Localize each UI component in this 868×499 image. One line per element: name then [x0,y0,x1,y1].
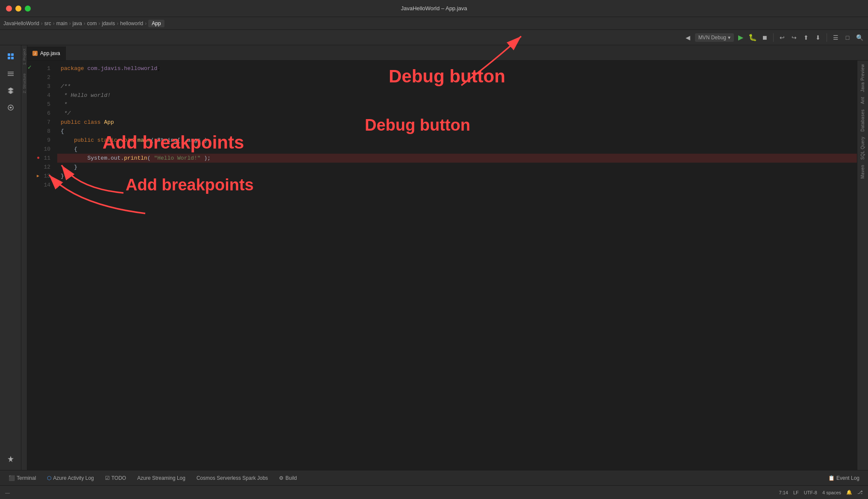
step-over-button[interactable]: ↩ [777,32,787,43]
tab-azure-streaming[interactable]: Azure Streaming Log [132,473,191,483]
code-line-9: public static void main( String[] args ) [57,136,857,145]
svg-rect-3 [11,57,14,59]
code-line-14 [57,181,857,190]
terminal-label: Terminal [17,475,36,481]
azure-activity-log-label: Azure Activity Log [53,475,94,481]
breadcrumb-item[interactable]: jdavis [102,20,115,26]
code-line-2 [57,73,857,82]
breadcrumb-item-active[interactable]: App [148,20,164,27]
right-sidebar-database[interactable]: Databases [860,109,865,131]
right-sidebar-maven[interactable]: Maven [860,165,865,179]
cosmos-label: Cosmos Serverless Spark Jobs [196,475,268,481]
build-icon: ⚙ [279,475,284,481]
encoding[interactable]: UTF-8 [804,490,817,495]
line-num-11[interactable]: 11 [36,154,54,163]
tab-terminal[interactable]: ⬛ Terminal [3,473,41,483]
cursor-position[interactable]: 7:14 [779,490,788,495]
run-button[interactable]: ▶ [736,32,746,43]
stop-button[interactable]: ⏹ [760,32,770,43]
code-line-13: } [57,172,857,181]
step-into-button[interactable]: ↪ [789,32,799,43]
breadcrumb-item[interactable]: com [87,20,97,26]
run-config-button[interactable]: ☰ [830,32,841,43]
event-log-icon: 📋 [828,475,835,481]
checkmark-area: ✓ [27,61,36,470]
git-icon[interactable]: ⎇ [857,490,863,495]
breadcrumb-item[interactable]: main [56,20,67,26]
line-num-6: 6 [36,109,54,118]
line-num-8: 8 [36,127,54,136]
tab-todo[interactable]: ☑ TODO [100,473,131,483]
minimize-button[interactable] [15,6,21,12]
tab-event-log[interactable]: 📋 Event Log [823,473,865,483]
code-line-3: /** [57,82,857,91]
event-log-label: Event Log [836,475,859,481]
step-out-button[interactable]: ⬆ [801,32,811,43]
search-everywhere-button[interactable]: 🔍 [854,32,865,43]
sidebar-icon-azure-explorer[interactable] [3,100,18,115]
line-separator-icon: — [5,490,10,495]
tab-azure-activity-log[interactable]: ⬡ Azure Activity Log [42,473,99,483]
line-num-9: 9 [36,136,54,145]
sidebar-icon-learn[interactable] [3,83,18,98]
sidebar-icon-project[interactable] [3,49,18,64]
tab-bar: J App.java [27,45,868,61]
indent-setting[interactable]: 4 spaces [822,490,841,495]
sidebar-icon-structure[interactable] [3,66,18,81]
line-ending[interactable]: LF [793,490,799,495]
resume-button[interactable]: ⬇ [813,32,823,43]
back-button[interactable]: ◀ [683,32,693,43]
sidebar-icon-favorites[interactable] [3,451,18,467]
bottom-tabs-right: 📋 Event Log [823,473,865,483]
status-bar: — 7:14 LF UTF-8 4 spaces 🔔 ⎇ [0,485,868,499]
left-sidebar [0,45,21,470]
right-sidebar-sql[interactable]: SQL Query [860,137,865,160]
line-num-10: 10 [36,145,54,154]
code-line-4: * Hello world! [57,91,857,100]
breadcrumb-item[interactable]: JavaHelloWorld [3,20,39,26]
debug-button[interactable]: 🐛 [748,32,758,43]
project-label[interactable]: 1: Project [22,49,26,65]
code-content[interactable]: package com.jdavis.helloworld; /** * Hel… [57,61,857,470]
build-label: Build [285,475,297,481]
window-title: JavaHelloWorld – App.java [401,5,467,12]
code-line-7: public class App [57,118,857,127]
traffic-lights [0,6,31,12]
breadcrumb-item[interactable]: helloworld [120,20,143,26]
tab-cosmos[interactable]: Cosmos Serverless Spark Jobs [191,473,273,483]
mvn-debug-label: MVN Debug [698,35,726,41]
maximize-button[interactable] [25,6,31,12]
right-sidebar-ant[interactable]: Ant [860,97,865,104]
layout-button[interactable]: □ [842,32,853,43]
mvn-debug-button[interactable]: MVN Debug ▾ [695,33,734,42]
code-line-12: } [57,163,857,172]
svg-rect-0 [8,53,10,56]
right-status: 7:14 LF UTF-8 4 spaces 🔔 ⎇ [779,490,863,495]
toolbar: ◀ MVN Debug ▾ ▶ 🐛 ⏹ ↩ ↪ ⬆ ⬇ ☰ □ 🔍 [0,30,868,45]
svg-rect-1 [11,53,14,56]
code-line-1: package com.jdavis.helloworld; [57,64,857,73]
line-num-13: 13 [36,172,54,181]
line-num-12: 12 [36,163,54,172]
right-sidebar-java-preview[interactable]: Java Preview [860,64,865,92]
tab-build[interactable]: ⚙ Build [274,473,302,483]
notifications-icon[interactable]: 🔔 [846,490,852,495]
java-file-icon: J [32,51,38,56]
close-button[interactable] [6,6,12,12]
structure-label[interactable]: 2: Structure [22,73,26,93]
title-bar: JavaHelloWorld – App.java [0,0,868,17]
code-line-6: */ [57,109,857,118]
editor-area: J App.java ✓ 1 2 3 4 5 6 7 8 9 10 [27,45,868,470]
breadcrumb-item[interactable]: src [44,20,51,26]
svg-rect-4 [8,72,14,73]
chevron-down-icon: ▾ [728,35,730,41]
code-line-11: System.out.println( "Hello World!" ); [57,154,857,163]
line-num-4: 4 [36,91,54,100]
terminal-icon: ⬛ [9,475,15,481]
breadcrumb-item[interactable]: java [73,20,82,26]
line-num-7: 7 [36,118,54,127]
main-layout: 1: Project 2: Structure J App.java ✓ 1 2… [0,45,868,470]
tab-app-java[interactable]: J App.java [27,47,66,60]
line-num-3: 3 [36,82,54,91]
line-numbers: 1 2 3 4 5 6 7 8 9 10 11 12 13 14 [36,61,57,470]
